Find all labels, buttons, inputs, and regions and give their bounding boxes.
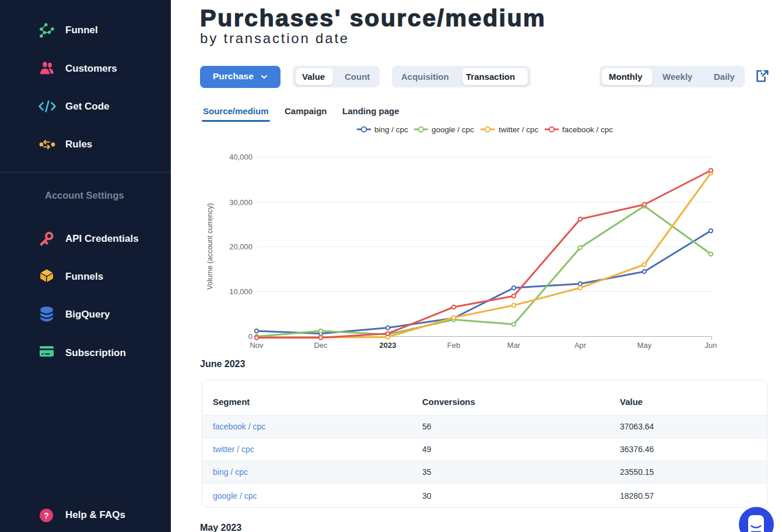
svg-text:10,000: 10,000 xyxy=(229,287,253,296)
svg-text:Volume (account currency): Volume (account currency) xyxy=(206,203,214,290)
svg-text:0: 0 xyxy=(248,332,253,341)
svg-text:google / cpc: google / cpc xyxy=(432,125,474,134)
svg-text:40,000: 40,000 xyxy=(229,153,253,161)
svg-text:bing / cpc: bing / cpc xyxy=(374,125,408,134)
svg-text:May: May xyxy=(637,341,652,350)
svg-text:Jun: Jun xyxy=(705,341,717,350)
svg-text:twitter / cpc: twitter / cpc xyxy=(499,125,539,134)
svg-text:Apr: Apr xyxy=(574,341,587,350)
svg-text:Feb: Feb xyxy=(447,341,460,350)
svg-text:Dec: Dec xyxy=(314,341,328,350)
svg-text:30,000: 30,000 xyxy=(229,198,253,207)
svg-text:2023: 2023 xyxy=(380,341,397,350)
svg-text:Nov: Nov xyxy=(250,341,264,350)
svg-text:20,000: 20,000 xyxy=(229,242,253,251)
svg-text:facebook / cpc: facebook / cpc xyxy=(562,125,613,134)
svg-text:Mar: Mar xyxy=(507,341,521,350)
